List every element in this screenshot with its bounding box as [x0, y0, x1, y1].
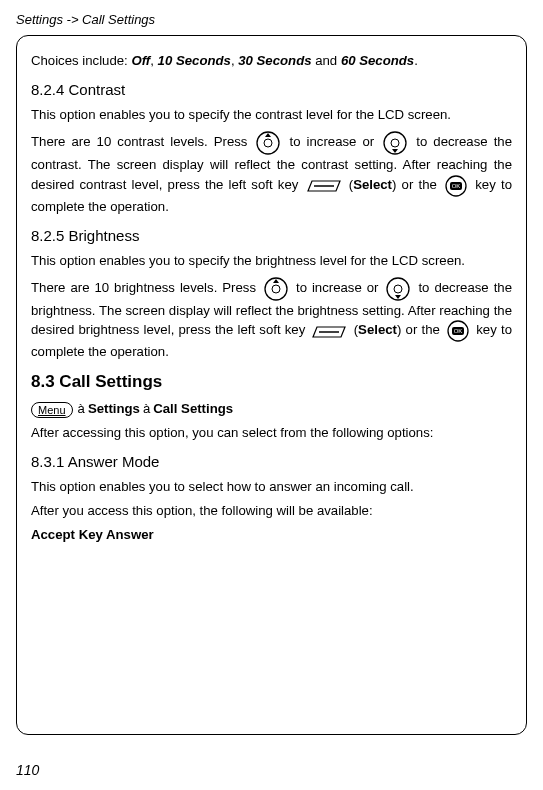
contrast-t1: There are 10 contrast levels. Press	[31, 134, 253, 149]
brightness-body: There are 10 brightness levels. Press to…	[31, 276, 512, 362]
heading-answer-mode: 8.3.1 Answer Mode	[31, 452, 512, 472]
svg-point-4	[391, 139, 399, 147]
svg-point-11	[272, 285, 280, 293]
menu-pill: Menu	[31, 402, 73, 418]
brightness-lead: This option enables you to specify the b…	[31, 252, 512, 270]
svg-text:OK: OK	[454, 328, 463, 334]
header-breadcrumb: Settings -> Call Settings	[16, 12, 527, 27]
contrast-t2: to increase or	[290, 134, 381, 149]
svg-marker-15	[395, 295, 401, 299]
content-box: Choices include: Off, 10 Seconds, 30 Sec…	[16, 35, 527, 735]
choices-prefix: Choices include:	[31, 53, 131, 68]
contrast-body: There are 10 contrast levels. Press to i…	[31, 130, 512, 216]
svg-marker-2	[265, 133, 271, 137]
menu-breadcrumb: MenuàSettingsàCall Settings	[31, 400, 512, 418]
left-softkey-icon	[306, 176, 342, 195]
nav-down-icon	[382, 130, 408, 156]
ok-key-icon: OK	[446, 319, 470, 343]
svg-point-14	[394, 285, 402, 293]
svg-marker-5	[392, 149, 398, 153]
heading-brightness: 8.2.5 Brightness	[31, 226, 512, 246]
answer-lead: This option enables you to select how to…	[31, 478, 512, 496]
choice-10: 10 Seconds	[158, 53, 231, 68]
choice-30: 30 Seconds	[238, 53, 311, 68]
heading-contrast: 8.2.4 Contrast	[31, 80, 512, 100]
arrow-icon: à	[140, 401, 153, 416]
select-label-2: Select	[358, 323, 397, 338]
nav-down-icon	[385, 276, 411, 302]
contrast-t5: ) or the	[392, 177, 442, 192]
period1: .	[414, 53, 418, 68]
choices-line: Choices include: Off, 10 Seconds, 30 Sec…	[31, 52, 512, 70]
contrast-lead: This option enables you to specify the c…	[31, 106, 512, 124]
brightness-t2: to increase or	[296, 280, 384, 295]
answer-after: After you access this option, the follow…	[31, 502, 512, 520]
page-number: 110	[16, 762, 39, 778]
choice-off: Off	[131, 53, 150, 68]
and: and	[312, 53, 341, 68]
crumb-settings: Settings	[88, 401, 140, 416]
svg-text:OK: OK	[452, 183, 461, 189]
nav-up-icon	[263, 276, 289, 302]
svg-marker-12	[273, 279, 279, 283]
sep1: ,	[150, 53, 157, 68]
svg-point-1	[264, 139, 272, 147]
choice-60: 60 Seconds	[341, 53, 414, 68]
brightness-t1: There are 10 brightness levels. Press	[31, 280, 261, 295]
call-after: After accessing this option, you can sel…	[31, 424, 512, 442]
accept-key-answer: Accept Key Answer	[31, 526, 512, 544]
select-label-1: Select	[353, 177, 392, 192]
brightness-t5: ) or the	[397, 323, 444, 338]
crumb-call-settings: Call Settings	[153, 401, 233, 416]
arrow-icon: à	[75, 401, 88, 416]
heading-call-settings: 8.3 Call Settings	[31, 371, 512, 394]
nav-up-icon	[255, 130, 281, 156]
ok-key-icon: OK	[444, 174, 468, 198]
left-softkey-icon	[311, 322, 347, 341]
